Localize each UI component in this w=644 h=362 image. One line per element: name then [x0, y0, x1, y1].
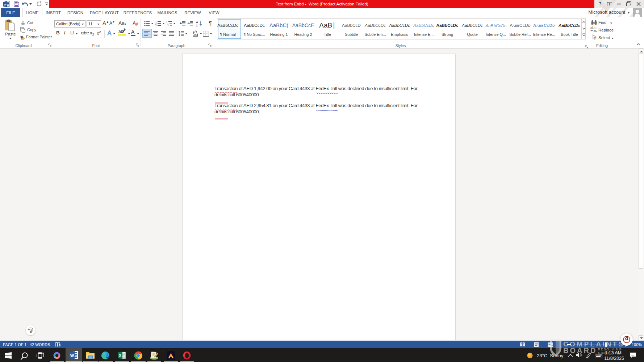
svg-text:Z: Z — [196, 24, 198, 27]
svg-text:A: A — [108, 30, 112, 36]
svg-text:i: i — [168, 25, 169, 26]
svg-text:W: W — [70, 353, 74, 358]
svg-text:X: X — [119, 353, 121, 358]
svg-text:3: 3 — [155, 25, 156, 26]
svg-text:W: W — [4, 3, 7, 6]
